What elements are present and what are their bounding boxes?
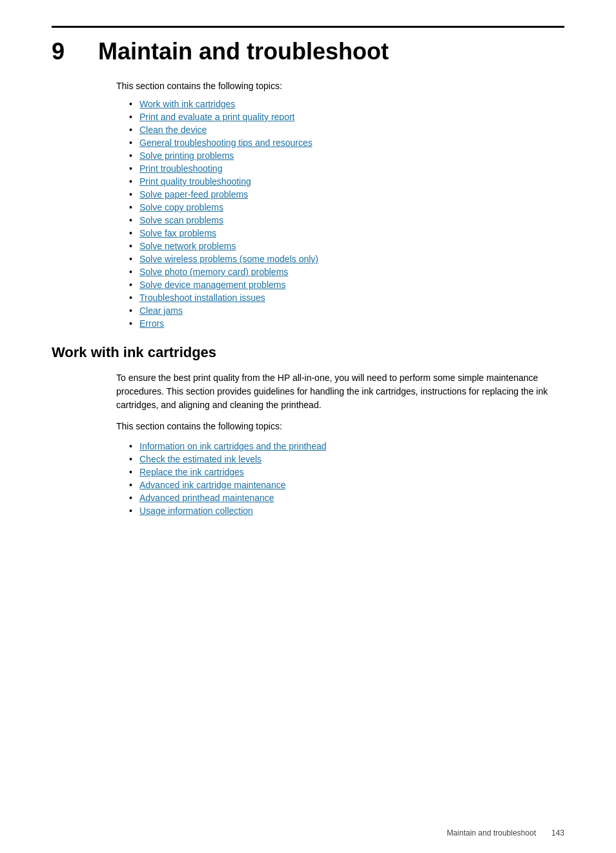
toc-link[interactable]: Print and evaluate a print quality repor… (139, 112, 294, 122)
sub-link[interactable]: Replace the ink cartridges (139, 467, 244, 477)
chapter-heading: 9 Maintain and troubleshoot (52, 38, 564, 65)
list-item: Usage information collection (129, 506, 564, 516)
toc-link[interactable]: Solve photo (memory card) problems (139, 267, 288, 277)
sub-link[interactable]: Advanced printhead maintenance (139, 493, 274, 503)
toc-link[interactable]: Solve paper-feed problems (139, 189, 248, 200)
footer-page-number: 143 (551, 828, 564, 838)
list-item: Advanced ink cartridge maintenance (129, 480, 564, 490)
list-item: Errors (129, 318, 564, 329)
footer-label: Maintain and troubleshoot (447, 828, 536, 838)
list-item: Check the estimated ink levels (129, 454, 564, 464)
section-heading: Work with ink cartridges (52, 344, 564, 361)
section-body1: To ensure the best print quality from th… (116, 371, 564, 412)
toc-link[interactable]: Print quality troubleshooting (139, 176, 251, 187)
list-item: Solve copy problems (129, 202, 564, 212)
toc-link[interactable]: Solve scan problems (139, 215, 223, 225)
list-item: General troubleshooting tips and resourc… (129, 138, 564, 148)
toc-link[interactable]: Solve device management problems (139, 280, 285, 290)
toc-link[interactable]: Solve printing problems (139, 150, 234, 161)
sub-link[interactable]: Usage information collection (139, 506, 253, 516)
footer: Maintain and troubleshoot 143 (447, 828, 564, 838)
page-container: 9 Maintain and troubleshoot This section… (0, 0, 616, 570)
toc-link[interactable]: Solve wireless problems (some models onl… (139, 254, 318, 264)
intro-text: This section contains the following topi… (116, 81, 564, 91)
toc-link[interactable]: Solve fax problems (139, 228, 216, 238)
list-item: Information on ink cartridges and the pr… (129, 441, 564, 451)
list-item: Solve device management problems (129, 280, 564, 290)
list-item: Solve network problems (129, 241, 564, 251)
sub-link[interactable]: Information on ink cartridges and the pr… (139, 441, 327, 451)
toc-link[interactable]: Print troubleshooting (139, 163, 222, 174)
toc-link[interactable]: Troubleshoot installation issues (139, 293, 265, 303)
list-item: Print troubleshooting (129, 163, 564, 174)
list-item: Solve scan problems (129, 215, 564, 225)
toc-link[interactable]: Work with ink cartridges (139, 99, 235, 109)
list-item: Solve printing problems (129, 150, 564, 161)
toc-link[interactable]: Errors (139, 318, 164, 329)
toc-link[interactable]: Clean the device (139, 125, 207, 135)
toc-link[interactable]: Clear jams (139, 305, 183, 316)
sub-list: Information on ink cartridges and the pr… (129, 441, 564, 516)
list-item: Clean the device (129, 125, 564, 135)
toc-link[interactable]: General troubleshooting tips and resourc… (139, 138, 313, 148)
list-item: Solve wireless problems (some models onl… (129, 254, 564, 264)
toc-link[interactable]: Solve copy problems (139, 202, 223, 212)
section-body2: This section contains the following topi… (116, 420, 564, 433)
list-item: Print quality troubleshooting (129, 176, 564, 187)
list-item: Solve fax problems (129, 228, 564, 238)
list-item: Clear jams (129, 305, 564, 316)
list-item: Work with ink cartridges (129, 99, 564, 109)
toc-list: Work with ink cartridges Print and evalu… (129, 99, 564, 329)
chapter-title: Maintain and troubleshoot (98, 38, 389, 65)
sub-link[interactable]: Advanced ink cartridge maintenance (139, 480, 285, 490)
list-item: Solve paper-feed problems (129, 189, 564, 200)
top-border (52, 26, 564, 28)
list-item: Advanced printhead maintenance (129, 493, 564, 503)
toc-link[interactable]: Solve network problems (139, 241, 236, 251)
chapter-number: 9 (52, 38, 77, 65)
list-item: Solve photo (memory card) problems (129, 267, 564, 277)
list-item: Troubleshoot installation issues (129, 293, 564, 303)
sub-link[interactable]: Check the estimated ink levels (139, 454, 262, 464)
list-item: Replace the ink cartridges (129, 467, 564, 477)
list-item: Print and evaluate a print quality repor… (129, 112, 564, 122)
